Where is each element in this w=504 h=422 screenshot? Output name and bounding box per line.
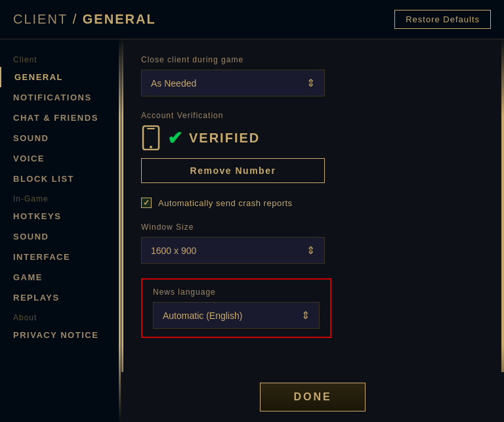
window-size-section: Window Size 1600 x 900 ⇕ — [141, 222, 484, 264]
close-client-label: Close client during game — [141, 55, 484, 64]
sidebar-item-general[interactable]: GENERAL — [0, 67, 121, 87]
window-size-dropdown[interactable]: 1600 x 900 ⇕ — [141, 237, 325, 264]
account-verification-section: Account Verification ✔ VERIFIED Remove N… — [141, 111, 484, 183]
sidebar-item-privacy-notice[interactable]: PRIVACY NOTICE — [0, 325, 121, 345]
header: CLIENT / GENERAL Restore Defaults — [0, 0, 504, 39]
restore-defaults-button[interactable]: Restore Defaults — [394, 10, 491, 29]
checkbox-check-icon: ✓ — [143, 198, 150, 207]
svg-rect-1 — [147, 128, 155, 129]
sidebar-section-about: About — [0, 308, 121, 325]
remove-number-button[interactable]: Remove Number — [141, 158, 325, 183]
svg-point-2 — [150, 146, 152, 148]
news-language-arrow-icon: ⇕ — [301, 309, 310, 322]
breadcrumb-general: GENERAL — [83, 12, 156, 26]
news-language-label: News language — [153, 287, 320, 297]
window-size-value: 1600 x 900 — [151, 245, 196, 256]
sidebar: Client GENERAL NOTIFICATIONS CHAT & FRIE… — [0, 39, 121, 422]
sidebar-item-game[interactable]: GAME — [0, 267, 121, 287]
main-content: Close client during game As Needed ⇕ Acc… — [121, 39, 504, 422]
breadcrumb-separator: / — [73, 12, 83, 26]
account-verification-label: Account Verification — [141, 111, 484, 120]
window-size-label: Window Size — [141, 222, 484, 232]
crash-report-checkbox[interactable]: ✓ — [141, 198, 152, 208]
verified-label: VERIFIED — [189, 131, 260, 146]
window-size-arrow-icon: ⇕ — [306, 244, 315, 257]
breadcrumb-client: CLIENT — [13, 12, 68, 26]
sidebar-item-replays[interactable]: REPLAYS — [0, 287, 121, 308]
sidebar-item-interface[interactable]: INTERFACE — [0, 247, 121, 267]
close-client-dropdown[interactable]: As Needed ⇕ — [141, 70, 325, 96]
sidebar-section-ingame: In-Game — [0, 189, 121, 206]
dropdown-arrow-icon: ⇕ — [306, 77, 315, 89]
sidebar-item-hotkeys[interactable]: HOTKEYS — [0, 206, 121, 226]
sidebar-item-notifications[interactable]: NOTIFICATIONS — [0, 87, 121, 108]
sidebar-item-block-list[interactable]: BLOCK LIST — [0, 169, 121, 189]
crash-report-label: Automatically send crash reports — [158, 198, 293, 208]
close-client-section: Close client during game As Needed ⇕ — [141, 55, 484, 96]
verification-row: ✔ VERIFIED — [141, 125, 484, 150]
news-language-value: Automatic (English) — [163, 310, 242, 321]
sidebar-item-sound-ingame[interactable]: SOUND — [0, 226, 121, 247]
done-button[interactable]: DONE — [260, 383, 365, 411]
crash-report-row: ✓ Automatically send crash reports — [141, 198, 484, 208]
news-language-dropdown[interactable]: Automatic (English) ⇕ — [153, 302, 320, 329]
news-language-section: News language Automatic (English) ⇕ — [141, 278, 331, 338]
close-client-value: As Needed — [151, 78, 196, 89]
sidebar-item-voice[interactable]: VOICE — [0, 148, 121, 169]
phone-icon — [141, 125, 161, 150]
sidebar-item-sound-client[interactable]: SOUND — [0, 128, 121, 148]
done-area: DONE — [121, 372, 504, 422]
sidebar-item-chat-friends[interactable]: CHAT & FRIENDS — [0, 108, 121, 128]
sidebar-section-client: Client — [0, 50, 121, 67]
page-title: CLIENT / GENERAL — [13, 12, 156, 27]
verified-checkmark-icon: ✔ — [167, 127, 182, 149]
layout: Client GENERAL NOTIFICATIONS CHAT & FRIE… — [0, 39, 504, 422]
